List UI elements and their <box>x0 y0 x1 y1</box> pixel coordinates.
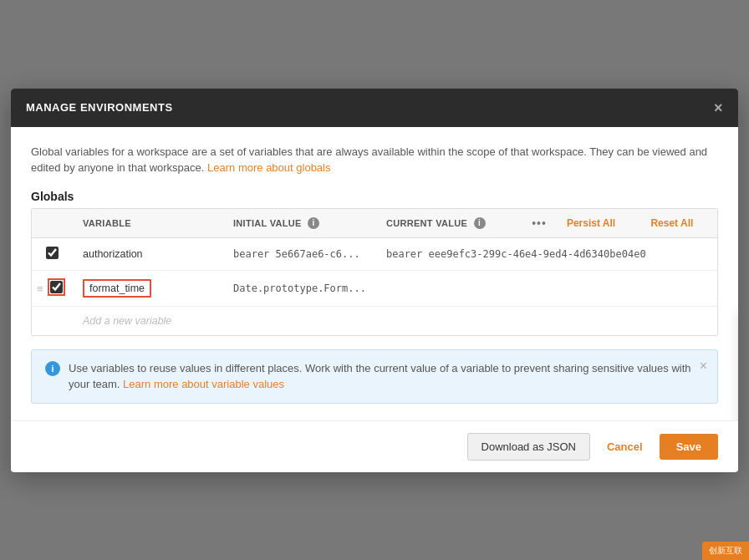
dots-menu-button[interactable]: ••• <box>532 216 547 230</box>
th-dots: ••• <box>522 209 557 238</box>
row1-initial-value-cell: bearer 5e667ae6-c6... <box>223 237 376 270</box>
row1-check-cell <box>32 237 73 270</box>
row2-drag-icon: ≡ <box>32 270 73 306</box>
learn-more-globals-link[interactable]: Learn more about globals <box>207 161 330 174</box>
modal-footer: Download as JSON Cancel Save 创新互联 <box>11 420 738 472</box>
th-variable: VARIABLE <box>73 209 223 238</box>
th-persist-all: Persist All <box>557 209 641 238</box>
add-variable-row[interactable]: Add a new variable <box>32 306 717 335</box>
current-value-info-icon: i <box>474 217 486 229</box>
description-text: Global variables for a workspace are a s… <box>31 144 718 176</box>
globals-section: Globals VARIABLE INITIAL VALUE <box>31 190 718 336</box>
globals-section-title: Globals <box>31 190 718 203</box>
modal-title: MANAGE ENVIRONMENTS <box>26 101 173 114</box>
row1-variable-cell: authorization <box>73 237 223 270</box>
reset-all-button[interactable]: Reset All <box>650 217 693 229</box>
row2-checkbox[interactable] <box>50 281 63 293</box>
save-button[interactable]: Save <box>660 434 718 460</box>
row2-initial-value-cell: Date.prototype.Form... <box>223 270 376 306</box>
persist-all-button[interactable]: Persist All <box>567 217 615 229</box>
table-header-row: VARIABLE INITIAL VALUE i CURRENT VALUE i <box>32 209 717 238</box>
format-time-variable-name: format_time <box>83 279 151 298</box>
variables-table-container: VARIABLE INITIAL VALUE i CURRENT VALUE i <box>31 208 718 336</box>
row1-checkbox[interactable] <box>46 247 59 259</box>
info-bar-text: Use variables to reuse values in differe… <box>69 360 704 393</box>
row2-current-value-cell: × Date.prototype.Format = function (fmt)… <box>376 270 717 306</box>
add-variable-cell[interactable]: Add a new variable <box>73 306 717 335</box>
info-bar: i Use variables to reuse values in diffe… <box>31 349 718 404</box>
th-initial-value: INITIAL VALUE i <box>223 209 376 238</box>
th-current-value: CURRENT VALUE i <box>376 209 522 238</box>
variables-table: VARIABLE INITIAL VALUE i CURRENT VALUE i <box>32 209 717 335</box>
modal-close-button[interactable]: × <box>714 100 723 115</box>
info-icon: i <box>45 361 60 376</box>
table-row: authorization bearer 5e667ae6-c6... bear… <box>32 237 717 270</box>
modal-body: Global variables for a workspace are a s… <box>11 127 738 420</box>
download-json-button[interactable]: Download as JSON <box>467 433 590 461</box>
th-check <box>32 209 73 238</box>
modal-overlay: MANAGE ENVIRONMENTS × Global variables f… <box>0 0 749 560</box>
manage-environments-modal: MANAGE ENVIRONMENTS × Global variables f… <box>11 89 738 472</box>
drag-handle-icon: ≡ <box>37 282 43 294</box>
table-row: ≡ format_time Date.prototype.Form... <box>32 270 717 306</box>
add-variable-check <box>32 306 73 335</box>
learn-more-variable-values-link[interactable]: Learn more about variable values <box>123 378 284 390</box>
row2-variable-cell: format_time <box>73 270 223 306</box>
modal-header: MANAGE ENVIRONMENTS × <box>11 89 738 127</box>
info-bar-close-button[interactable]: × <box>700 359 707 374</box>
row1-current-value-cell: bearer eee9efc3-299c-46e4-9ed4-4d6340be0… <box>376 237 717 270</box>
initial-value-info-icon: i <box>308 217 319 229</box>
th-reset-all: Reset All <box>640 209 717 238</box>
cancel-button[interactable]: Cancel <box>599 434 651 460</box>
